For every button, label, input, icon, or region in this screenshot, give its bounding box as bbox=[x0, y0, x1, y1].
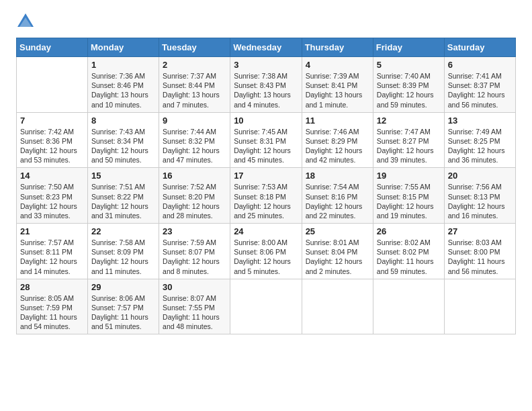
calendar-week-row: 28Sunrise: 8:05 AM Sunset: 7:59 PM Dayli… bbox=[17, 279, 516, 334]
day-info: Sunrise: 7:55 AM Sunset: 8:15 PM Dayligh… bbox=[377, 182, 441, 220]
day-info: Sunrise: 8:05 AM Sunset: 7:59 PM Dayligh… bbox=[20, 293, 84, 332]
table-row: 20Sunrise: 7:56 AM Sunset: 8:13 PM Dayli… bbox=[444, 168, 515, 224]
calendar-week-row: 1Sunrise: 7:36 AM Sunset: 8:46 PM Daylig… bbox=[17, 57, 516, 113]
day-info: Sunrise: 8:02 AM Sunset: 8:02 PM Dayligh… bbox=[377, 238, 441, 276]
day-info: Sunrise: 8:00 AM Sunset: 8:06 PM Dayligh… bbox=[234, 238, 298, 276]
day-info: Sunrise: 7:54 AM Sunset: 8:16 PM Dayligh… bbox=[306, 182, 369, 220]
header-thursday: Thursday bbox=[302, 38, 373, 57]
table-row: 11Sunrise: 7:46 AM Sunset: 8:29 PM Dayli… bbox=[302, 112, 373, 168]
table-row: 19Sunrise: 7:55 AM Sunset: 8:15 PM Dayli… bbox=[373, 168, 444, 224]
table-row bbox=[302, 279, 373, 334]
weekday-header-row: Sunday Monday Tuesday Wednesday Thursday… bbox=[17, 38, 516, 57]
day-info: Sunrise: 7:44 AM Sunset: 8:32 PM Dayligh… bbox=[163, 127, 226, 165]
day-info: Sunrise: 8:07 AM Sunset: 7:55 PM Dayligh… bbox=[163, 293, 226, 332]
day-number: 19 bbox=[377, 171, 441, 181]
day-info: Sunrise: 7:46 AM Sunset: 8:29 PM Dayligh… bbox=[306, 127, 369, 165]
header-saturday: Saturday bbox=[444, 38, 515, 57]
table-row: 12Sunrise: 7:47 AM Sunset: 8:27 PM Dayli… bbox=[373, 112, 444, 168]
day-info: Sunrise: 7:49 AM Sunset: 8:25 PM Dayligh… bbox=[448, 127, 512, 165]
day-number: 9 bbox=[163, 116, 226, 126]
day-number: 8 bbox=[91, 116, 155, 126]
header-wednesday: Wednesday bbox=[230, 38, 302, 57]
day-number: 2 bbox=[163, 60, 226, 70]
day-number: 15 bbox=[91, 171, 155, 181]
day-info: Sunrise: 7:58 AM Sunset: 8:09 PM Dayligh… bbox=[91, 238, 155, 276]
day-info: Sunrise: 7:37 AM Sunset: 8:44 PM Dayligh… bbox=[163, 71, 226, 109]
table-row: 17Sunrise: 7:53 AM Sunset: 8:18 PM Dayli… bbox=[230, 168, 302, 224]
day-info: Sunrise: 8:03 AM Sunset: 8:00 PM Dayligh… bbox=[448, 238, 512, 276]
day-info: Sunrise: 7:40 AM Sunset: 8:39 PM Dayligh… bbox=[377, 71, 441, 109]
day-info: Sunrise: 7:39 AM Sunset: 8:41 PM Dayligh… bbox=[306, 71, 369, 109]
logo-icon bbox=[16, 12, 35, 31]
calendar-page: Sunday Monday Tuesday Wednesday Thursday… bbox=[0, 0, 532, 411]
day-number: 22 bbox=[91, 226, 155, 236]
day-number: 4 bbox=[306, 60, 369, 70]
table-row: 9Sunrise: 7:44 AM Sunset: 8:32 PM Daylig… bbox=[159, 112, 230, 168]
table-row: 6Sunrise: 7:41 AM Sunset: 8:37 PM Daylig… bbox=[444, 57, 515, 113]
calendar-table: Sunday Monday Tuesday Wednesday Thursday… bbox=[16, 38, 516, 334]
day-number: 11 bbox=[306, 116, 369, 126]
day-number: 23 bbox=[163, 226, 226, 236]
header-tuesday: Tuesday bbox=[159, 38, 230, 57]
day-number: 13 bbox=[448, 116, 512, 126]
day-number: 1 bbox=[91, 60, 155, 70]
day-number: 20 bbox=[448, 171, 512, 181]
day-info: Sunrise: 7:36 AM Sunset: 8:46 PM Dayligh… bbox=[91, 71, 155, 109]
table-row: 8Sunrise: 7:43 AM Sunset: 8:34 PM Daylig… bbox=[88, 112, 159, 168]
day-number: 26 bbox=[377, 226, 441, 236]
table-row: 26Sunrise: 8:02 AM Sunset: 8:02 PM Dayli… bbox=[373, 224, 444, 279]
table-row: 24Sunrise: 8:00 AM Sunset: 8:06 PM Dayli… bbox=[230, 224, 302, 279]
table-row: 10Sunrise: 7:45 AM Sunset: 8:31 PM Dayli… bbox=[230, 112, 302, 168]
table-row: 28Sunrise: 8:05 AM Sunset: 7:59 PM Dayli… bbox=[17, 279, 88, 334]
day-number: 14 bbox=[20, 171, 84, 181]
day-info: Sunrise: 7:56 AM Sunset: 8:13 PM Dayligh… bbox=[448, 182, 512, 220]
table-row: 30Sunrise: 8:07 AM Sunset: 7:55 PM Dayli… bbox=[159, 279, 230, 334]
table-row bbox=[17, 57, 88, 113]
day-info: Sunrise: 8:01 AM Sunset: 8:04 PM Dayligh… bbox=[306, 238, 369, 276]
day-number: 28 bbox=[20, 282, 84, 292]
day-number: 27 bbox=[448, 226, 512, 236]
calendar-week-row: 21Sunrise: 7:57 AM Sunset: 8:11 PM Dayli… bbox=[17, 224, 516, 279]
table-row: 27Sunrise: 8:03 AM Sunset: 8:00 PM Dayli… bbox=[444, 224, 515, 279]
table-row: 25Sunrise: 8:01 AM Sunset: 8:04 PM Dayli… bbox=[302, 224, 373, 279]
day-number: 7 bbox=[20, 116, 84, 126]
table-row bbox=[373, 279, 444, 334]
table-row: 3Sunrise: 7:38 AM Sunset: 8:43 PM Daylig… bbox=[230, 57, 302, 113]
table-row: 21Sunrise: 7:57 AM Sunset: 8:11 PM Dayli… bbox=[17, 224, 88, 279]
header-sunday: Sunday bbox=[17, 38, 88, 57]
table-row bbox=[444, 279, 515, 334]
table-row: 22Sunrise: 7:58 AM Sunset: 8:09 PM Dayli… bbox=[88, 224, 159, 279]
header-friday: Friday bbox=[373, 38, 444, 57]
table-row: 14Sunrise: 7:50 AM Sunset: 8:23 PM Dayli… bbox=[17, 168, 88, 224]
table-row: 5Sunrise: 7:40 AM Sunset: 8:39 PM Daylig… bbox=[373, 57, 444, 113]
table-row: 4Sunrise: 7:39 AM Sunset: 8:41 PM Daylig… bbox=[302, 57, 373, 113]
day-number: 29 bbox=[91, 282, 155, 292]
header-monday: Monday bbox=[88, 38, 159, 57]
table-row: 16Sunrise: 7:52 AM Sunset: 8:20 PM Dayli… bbox=[159, 168, 230, 224]
day-info: Sunrise: 7:57 AM Sunset: 8:11 PM Dayligh… bbox=[20, 238, 84, 276]
table-row: 15Sunrise: 7:51 AM Sunset: 8:22 PM Dayli… bbox=[88, 168, 159, 224]
day-info: Sunrise: 7:41 AM Sunset: 8:37 PM Dayligh… bbox=[448, 71, 512, 109]
table-row: 2Sunrise: 7:37 AM Sunset: 8:44 PM Daylig… bbox=[159, 57, 230, 113]
day-info: Sunrise: 7:43 AM Sunset: 8:34 PM Dayligh… bbox=[91, 127, 155, 165]
table-row: 23Sunrise: 7:59 AM Sunset: 8:07 PM Dayli… bbox=[159, 224, 230, 279]
day-number: 21 bbox=[20, 226, 84, 236]
page-header bbox=[16, 12, 516, 31]
calendar-week-row: 14Sunrise: 7:50 AM Sunset: 8:23 PM Dayli… bbox=[17, 168, 516, 224]
day-number: 24 bbox=[234, 226, 298, 236]
day-info: Sunrise: 7:47 AM Sunset: 8:27 PM Dayligh… bbox=[377, 127, 441, 165]
day-info: Sunrise: 7:51 AM Sunset: 8:22 PM Dayligh… bbox=[91, 182, 155, 220]
table-row: 7Sunrise: 7:42 AM Sunset: 8:36 PM Daylig… bbox=[17, 112, 88, 168]
day-number: 5 bbox=[377, 60, 441, 70]
day-number: 12 bbox=[377, 116, 441, 126]
day-info: Sunrise: 7:53 AM Sunset: 8:18 PM Dayligh… bbox=[234, 182, 298, 220]
day-info: Sunrise: 7:45 AM Sunset: 8:31 PM Dayligh… bbox=[234, 127, 298, 165]
table-row: 29Sunrise: 8:06 AM Sunset: 7:57 PM Dayli… bbox=[88, 279, 159, 334]
day-number: 6 bbox=[448, 60, 512, 70]
table-row: 18Sunrise: 7:54 AM Sunset: 8:16 PM Dayli… bbox=[302, 168, 373, 224]
day-number: 17 bbox=[234, 171, 298, 181]
day-info: Sunrise: 7:38 AM Sunset: 8:43 PM Dayligh… bbox=[234, 71, 298, 109]
calendar-week-row: 7Sunrise: 7:42 AM Sunset: 8:36 PM Daylig… bbox=[17, 112, 516, 168]
day-info: Sunrise: 7:59 AM Sunset: 8:07 PM Dayligh… bbox=[163, 238, 226, 276]
day-info: Sunrise: 8:06 AM Sunset: 7:57 PM Dayligh… bbox=[91, 293, 155, 332]
